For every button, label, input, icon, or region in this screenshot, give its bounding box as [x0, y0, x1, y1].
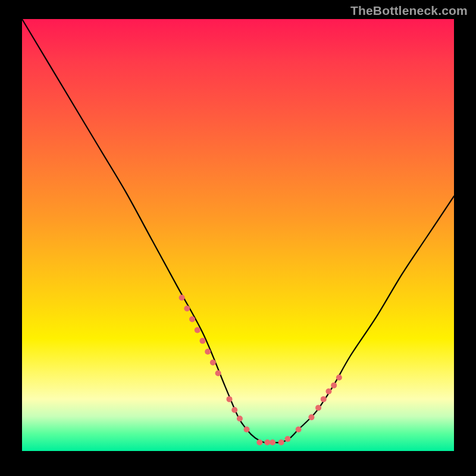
- highlight-point: [226, 396, 232, 402]
- watermark-label: TheBottleneck.com: [350, 4, 468, 18]
- highlight-point: [210, 359, 216, 365]
- highlight-point: [296, 427, 302, 433]
- highlight-point: [195, 327, 201, 333]
- highlight-point: [325, 389, 331, 394]
- highlight-point: [231, 407, 237, 413]
- highlight-point: [308, 414, 314, 420]
- highlight-point: [189, 317, 195, 322]
- highlight-point: [278, 439, 284, 445]
- highlight-point: [264, 439, 270, 445]
- highlight-point: [179, 295, 185, 300]
- highlight-point: [284, 436, 290, 442]
- highlight-point: [256, 439, 262, 445]
- highlight-point: [199, 338, 205, 344]
- highlight-point: [244, 427, 250, 433]
- curve-layer: [22, 19, 454, 451]
- highlight-point: [270, 439, 275, 445]
- chart-frame: TheBottleneck.com: [0, 0, 476, 476]
- highlight-point: [215, 370, 221, 376]
- highlight-point: [184, 305, 190, 311]
- highlight-points: [179, 295, 342, 445]
- highlight-point: [237, 416, 243, 422]
- highlight-point: [315, 405, 321, 411]
- highlight-point: [336, 375, 342, 381]
- bottleneck-curve: [22, 19, 454, 443]
- highlight-point: [205, 349, 211, 355]
- highlight-point: [321, 396, 327, 402]
- highlight-point: [331, 383, 337, 389]
- plot-area: [22, 19, 454, 451]
